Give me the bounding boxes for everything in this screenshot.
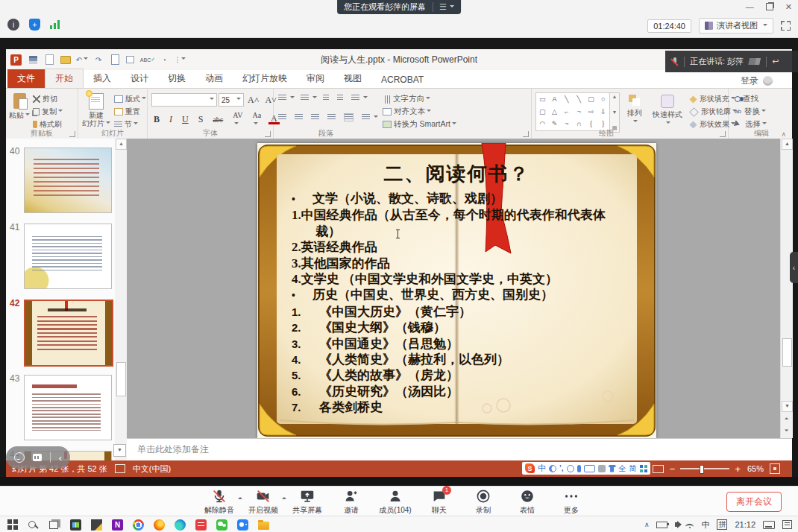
redo-icon[interactable]: ↷ — [93, 54, 104, 65]
sign-in[interactable]: 登录 — [741, 75, 773, 87]
fullwidth-indicator[interactable]: 全 — [619, 463, 626, 474]
shape-gallery[interactable]: ▭A╲╲▢○ ▢△⌐¬⇨⇩ ◠✎~∩{} — [535, 92, 610, 131]
scroll-down-icon[interactable]: ▼ — [782, 401, 793, 412]
punctuation-icon[interactable]: ’, — [559, 464, 564, 472]
keyboard-icon[interactable] — [584, 465, 595, 472]
chevron-up-icon[interactable] — [238, 495, 242, 499]
tab-insert[interactable]: 插入 — [84, 69, 121, 88]
quick-styles-button[interactable]: 快速样式 — [653, 90, 682, 126]
increase-indent-button[interactable] — [337, 94, 345, 102]
tray-expand-icon[interactable]: ∧ — [644, 521, 650, 528]
tab-view[interactable]: 视图 — [334, 69, 371, 88]
align-right-button[interactable] — [311, 114, 319, 121]
scroll-up-icon[interactable]: ▲ — [116, 139, 127, 150]
sogou-logo-icon[interactable]: S — [525, 463, 535, 473]
restore-icon[interactable] — [766, 3, 773, 10]
strikethrough-button[interactable]: abc — [210, 115, 225, 124]
ime-mode[interactable]: 中 — [538, 463, 546, 474]
slideshow-icon[interactable] — [126, 56, 134, 63]
bullets-button[interactable] — [278, 94, 295, 102]
protect-icon[interactable]: + — [29, 19, 40, 31]
layout-button[interactable]: 版式 — [114, 94, 146, 104]
reactions-button[interactable]: 表情 — [511, 488, 544, 516]
chat-button[interactable]: 聊天 1 — [423, 488, 456, 516]
customize-qat-icon[interactable]: ᎒ — [175, 54, 186, 65]
slide-scrollbar[interactable]: ▲ ▼ ⏶ ⏷ — [780, 139, 793, 438]
new-slide-button[interactable]: 新建幻灯片 — [81, 89, 111, 127]
wechat-icon[interactable] — [216, 519, 227, 531]
microsoft-store-icon[interactable] — [70, 519, 81, 531]
zoom-out-button[interactable]: − — [670, 463, 676, 475]
collapse-arrow-icon[interactable]: ‹ — [59, 452, 62, 463]
info-icon[interactable]: i — [7, 19, 19, 31]
distribute-button[interactable] — [344, 113, 354, 121]
notes-collapse-button[interactable]: ▼ — [113, 444, 126, 457]
columns-button[interactable] — [362, 113, 378, 121]
print-preview-icon[interactable] — [111, 54, 119, 65]
shadow-button[interactable]: S — [196, 114, 206, 125]
tray-ime-mode[interactable]: 拼 — [717, 519, 727, 530]
notification-center-icon[interactable] — [782, 520, 792, 529]
align-center-button[interactable] — [295, 114, 303, 121]
save-icon[interactable] — [29, 56, 37, 64]
font-name-combo[interactable] — [151, 93, 217, 107]
clipboard-dialog-launcher[interactable] — [69, 131, 75, 137]
grow-font-button[interactable]: A˄ — [245, 95, 261, 106]
fit-to-window-icon[interactable] — [770, 463, 780, 474]
chevron-up-icon[interactable] — [282, 495, 286, 499]
members-button[interactable]: 成员(104) — [379, 488, 412, 516]
italic-button[interactable]: I — [167, 114, 175, 125]
reset-button[interactable]: 重置 — [114, 107, 146, 117]
record-button[interactable]: 录制 — [467, 488, 500, 516]
scrollbar-thumb[interactable] — [116, 362, 126, 396]
start-video-button[interactable]: 开启视频 — [247, 488, 280, 516]
thumbnail-slide-40[interactable] — [24, 148, 112, 213]
simplified-indicator[interactable]: 简 — [629, 463, 637, 474]
view-mode-button[interactable]: 演讲者视图 — [699, 18, 773, 34]
leave-meeting-button[interactable]: 离开会议 — [726, 492, 782, 512]
share-icon[interactable]: ◔ — [159, 54, 169, 65]
scrollbar-thumb[interactable] — [782, 338, 792, 367]
bold-button[interactable]: B — [151, 114, 162, 125]
chrome-icon[interactable] — [133, 519, 144, 531]
thumbnail-slide-43[interactable] — [24, 375, 112, 440]
side-panel-toggle[interactable]: ‹ — [790, 252, 798, 283]
touch-keyboard-icon[interactable] — [763, 521, 775, 529]
decrease-indent-button[interactable] — [323, 94, 331, 102]
edge-icon[interactable] — [175, 519, 186, 531]
tray-language[interactable]: 中 — [701, 519, 709, 531]
tab-acrobat[interactable]: ACROBAT — [371, 72, 433, 88]
tab-transitions[interactable]: 切换 — [158, 69, 195, 88]
start-button[interactable] — [7, 519, 19, 531]
task-view-icon[interactable] — [49, 521, 58, 529]
sticky-notes-icon[interactable] — [91, 519, 102, 531]
collapse-ribbon-button[interactable]: ∧ — [781, 130, 786, 138]
close-icon[interactable]: ✕ — [785, 2, 792, 12]
tab-file[interactable]: 文件 — [7, 69, 45, 88]
find-button[interactable]: 查找 — [735, 94, 767, 104]
minimize-icon[interactable]: — — [746, 2, 754, 11]
current-slide[interactable]: 二、阅读何书？ •文学（小说、散文、诗歌、戏剧） 1.中国经典作品（从古至今，每… — [257, 143, 656, 438]
undo-icon[interactable]: ↶ — [77, 54, 87, 65]
open-folder-icon[interactable] — [60, 56, 71, 64]
spellcheck-icon[interactable]: ABC✓ — [142, 54, 153, 65]
shape-gallery-scroll[interactable]: ▲▼▤ — [610, 92, 620, 133]
tab-home[interactable]: 开始 — [45, 69, 84, 88]
red-app-icon[interactable] — [195, 519, 207, 531]
character-spacing-button[interactable]: AV — [230, 111, 245, 127]
thumbnail-slide-42-selected[interactable] — [24, 300, 113, 367]
toolbox-icon[interactable] — [598, 465, 606, 472]
powerpoint-logo-icon[interactable]: P — [10, 54, 22, 66]
numbering-button[interactable] — [301, 94, 317, 102]
ime-toolbar[interactable]: S 中 ’, 全 简 — [522, 462, 650, 475]
change-case-button[interactable]: Aa — [250, 111, 263, 127]
night-mode-icon[interactable] — [549, 465, 556, 472]
align-text-button[interactable]: 对齐文本 — [383, 107, 456, 117]
slide-body-text[interactable]: •文学（小说、散文、诗歌、戏剧） 1.中国经典作品（从古至今，每个时期的代表作和… — [292, 191, 608, 416]
mic-muted-icon[interactable] — [671, 57, 679, 67]
zoom-level[interactable]: 65% — [747, 464, 764, 473]
font-dialog-launcher[interactable] — [265, 131, 271, 137]
tab-animations[interactable]: 动画 — [195, 69, 233, 88]
thumbnail-scrollbar[interactable]: ▲ — [115, 139, 128, 460]
paste-button[interactable]: 粘贴 — [9, 89, 30, 121]
